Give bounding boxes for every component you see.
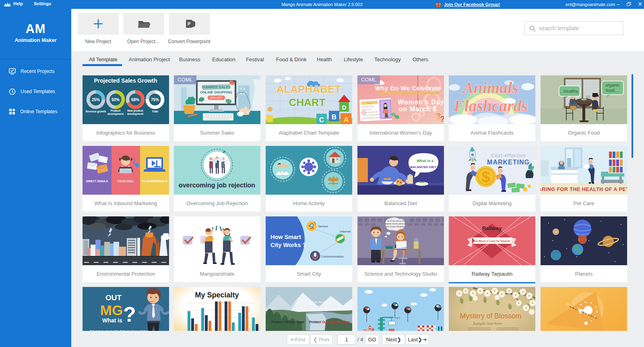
svg-text:Communication: Communication [321,255,344,258]
svg-text:Internet: Internet [340,230,351,233]
svg-text:C: C [319,116,324,124]
svg-text:And how about the: And how about the [387,220,405,222]
svg-text:Protect Yellow River: Protect Yellow River [271,320,304,324]
svg-text:Why Do We Celebrate: Why Do We Celebrate [375,85,441,91]
svg-text:on March 8: on March 8 [399,106,437,112]
svg-text:Sample text here: Sample text here [473,321,502,326]
svg-text:food....: food.... [606,88,619,93]
svg-text:Projected Sales Growth: Projected Sales Growth [94,77,157,84]
svg-text:ALAPHABET: ALAPHABET [277,83,341,95]
svg-text:What is: What is [102,317,122,324]
svg-text:ARING FOR THE HEALTH OF A PET: ARING FOR THE HEALTH OF A PET [541,187,627,192]
svg-text:68%: 68% [131,98,139,102]
svg-text:Women's Day: Women's Day [398,99,444,106]
svg-text:Wanda theme parks and: Wanda theme parks and [385,222,407,225]
svg-text:D: D [342,104,347,111]
svg-text:Product: Product [111,109,121,112]
svg-text:ONLINE SHOPPING: ONLINE SHOPPING [200,90,232,94]
svg-text:B: B [332,113,336,121]
svg-text:My Specialty: My Specialty [195,291,239,299]
svg-text:development: development [127,112,144,116]
svg-text:Protect Our Mother River: Protect Our Mother River [309,320,350,324]
svg-text:March: March [367,102,372,104]
svg-text:OUT: OUT [105,293,122,302]
svg-text:CHART: CHART [289,96,326,108]
svg-text:TV COMMERCIALS: TV COMMERCIALS [142,180,167,183]
svg-text:25%: 25% [92,98,100,102]
svg-text:Total: Total [152,110,158,113]
svg-text:Revenue growth: Revenue growth [86,110,106,113]
svg-text:Flashcards: Flashcards [453,97,528,115]
svg-text:P: P [188,21,190,26]
svg-text:A B C: A B C [395,317,400,319]
svg-text:A: A [344,116,349,124]
svg-text:DIRECT EMAILS: DIRECT EMAILS [86,180,108,183]
svg-text:New product: New product [127,109,143,112]
svg-text:...healthy.: ...healthy. [560,89,579,94]
svg-text:One Minute to Learn the Tarpau: One Minute to Learn the Tarpaulin [473,240,510,242]
svg-text:How Smart: How Smart [270,234,301,240]
svg-text:the Cradle of Chinese Civiliza: the Cradle of Chinese Civilization [297,305,339,308]
svg-text:$: $ [481,168,490,185]
svg-text:75%: 75% [151,98,159,102]
svg-text:Cost-effective: Cost-effective [491,153,526,158]
svg-text:COLD CALL: COLD CALL [118,180,134,183]
svg-text:the Ocean Paradise?: the Ocean Paradise? [386,225,406,228]
svg-text:Mystery of Blossom: Mystery of Blossom [460,312,522,320]
svg-text:Animals: Animals [462,79,518,97]
svg-text:What is a: What is a [417,158,433,163]
svg-text:organic: organic [605,83,620,87]
svg-text:MG: MG [100,302,123,318]
svg-text:Sensor: Sensor [318,224,328,228]
svg-text:Railway: Railway [482,225,502,231]
svg-text:?: ? [440,114,444,123]
svg-text:SUMMER SALES: SUMMER SALES [202,85,231,89]
svg-text:MARKETING: MARKETING [487,159,530,166]
svg-text:BALANCED DIET?: BALANCED DIET? [410,165,438,169]
svg-text:Yellow River: Yellow River [308,300,326,304]
svg-text:30% OFF: 30% OFF [210,96,222,99]
svg-text:50%: 50% [111,98,120,102]
svg-text:overcoming job rejection: overcoming job rejection [179,182,255,189]
svg-text:City Works ?: City Works ? [270,242,306,248]
svg-text:development: development [107,112,124,116]
svg-text:?: ? [123,303,136,326]
